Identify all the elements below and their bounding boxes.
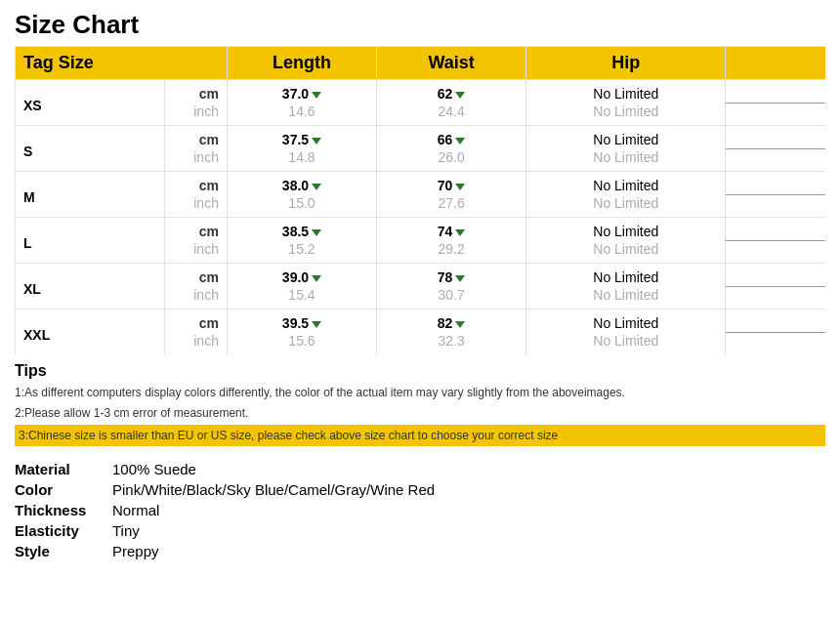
inch-hip: No Limited [526, 103, 726, 126]
thickness-value: Normal [112, 502, 159, 518]
table-header-row: Tag Size Length Waist Hip [16, 47, 826, 80]
cm-length: 37.5 [227, 126, 376, 149]
header-tag-size: Tag Size [16, 47, 228, 80]
size-label: S [16, 126, 165, 172]
size-label: M [16, 172, 165, 218]
cm-length: 39.5 [227, 310, 376, 333]
unit-inch: inch [165, 194, 228, 218]
cm-waist: 74 [377, 218, 526, 241]
extra-empty [726, 148, 825, 172]
header-extra [726, 47, 825, 80]
extra-line [726, 310, 825, 333]
cm-length: 38.0 [227, 172, 376, 195]
size-label: XXL [16, 310, 165, 355]
inch-waist: 32.3 [377, 332, 526, 354]
extra-empty [726, 240, 825, 264]
unit-cm: cm [165, 80, 228, 103]
header-waist: Waist [377, 47, 526, 80]
info-elasticity: Elasticity Tiny [15, 522, 825, 539]
unit-cm: cm [165, 310, 228, 333]
table-row: M cm 38.0 70 No Limited [16, 172, 826, 195]
inch-hip: No Limited [526, 286, 726, 310]
inch-hip: No Limited [526, 148, 726, 172]
size-label: L [16, 218, 165, 264]
extra-empty [726, 332, 825, 354]
cm-length: 38.5 [227, 218, 376, 241]
inch-hip: No Limited [526, 194, 726, 218]
inch-length: 15.6 [227, 332, 376, 354]
unit-cm: cm [165, 172, 228, 195]
table-row: S cm 37.5 66 No Limited [16, 126, 826, 149]
info-thickness: Thickness Normal [15, 502, 825, 518]
inch-waist: 29.2 [377, 240, 526, 264]
cm-length: 37.0 [227, 80, 376, 103]
tips-title: Tips [15, 362, 825, 380]
extra-line [726, 264, 825, 287]
size-chart-table: Tag Size Length Waist Hip XS cm 37.0 62 … [15, 46, 825, 354]
tip-line-1: 1:As different computers display colors … [15, 384, 825, 401]
elasticity-value: Tiny [112, 522, 140, 539]
cm-waist: 82 [377, 310, 526, 333]
inch-length: 14.8 [227, 148, 376, 172]
inch-hip: No Limited [526, 240, 726, 264]
extra-line [726, 218, 825, 241]
inch-waist: 27.6 [377, 194, 526, 218]
unit-cm: cm [165, 126, 228, 149]
cm-hip: No Limited [526, 80, 726, 103]
inch-waist: 26.0 [377, 148, 526, 172]
style-label: Style [15, 543, 112, 559]
page-title: Size Chart [15, 10, 825, 40]
unit-inch: inch [165, 148, 228, 172]
unit-cm: cm [165, 264, 228, 287]
inch-hip: No Limited [526, 332, 726, 354]
unit-inch: inch [165, 286, 228, 310]
tip-line-3: 3:Chinese size is smaller than EU or US … [15, 425, 825, 446]
tip-line-2: 2:Please allow 1-3 cm error of measureme… [15, 404, 825, 422]
inch-length: 14.6 [227, 103, 376, 126]
cm-waist: 62 [377, 80, 526, 103]
size-label: XL [16, 264, 165, 310]
info-color: Color Pink/White/Black/Sky Blue/Camel/Gr… [15, 481, 825, 498]
inch-length: 15.2 [227, 240, 376, 264]
extra-empty [726, 103, 825, 126]
cm-waist: 70 [377, 172, 526, 195]
inch-length: 15.4 [227, 286, 376, 310]
material-value: 100% Suede [112, 461, 196, 477]
extra-line [726, 80, 825, 103]
cm-hip: No Limited [526, 310, 726, 333]
extra-line [726, 172, 825, 195]
table-row: L cm 38.5 74 No Limited [16, 218, 826, 241]
material-label: Material [15, 461, 112, 477]
header-hip: Hip [526, 47, 726, 80]
tips-section: Tips 1:As different computers display co… [15, 358, 825, 453]
info-material: Material 100% Suede [15, 461, 825, 477]
cm-waist: 66 [377, 126, 526, 149]
unit-inch: inch [165, 240, 228, 264]
inch-waist: 24.4 [377, 103, 526, 126]
extra-line [726, 126, 825, 149]
color-value: Pink/White/Black/Sky Blue/Camel/Gray/Win… [112, 481, 435, 498]
cm-hip: No Limited [526, 172, 726, 195]
unit-inch: inch [165, 103, 228, 126]
elasticity-label: Elasticity [15, 522, 112, 539]
size-label: XS [16, 80, 165, 126]
unit-cm: cm [165, 218, 228, 241]
inch-waist: 30.7 [377, 286, 526, 310]
header-length: Length [227, 47, 376, 80]
extra-empty [726, 286, 825, 310]
unit-inch: inch [165, 332, 228, 354]
style-value: Preppy [112, 543, 159, 559]
color-label: Color [15, 481, 112, 498]
table-row: XL cm 39.0 78 No Limited [16, 264, 826, 287]
cm-waist: 78 [377, 264, 526, 287]
table-row: XXL cm 39.5 82 No Limited [16, 310, 826, 333]
cm-hip: No Limited [526, 218, 726, 241]
cm-length: 39.0 [227, 264, 376, 287]
inch-length: 15.0 [227, 194, 376, 218]
cm-hip: No Limited [526, 126, 726, 149]
info-style: Style Preppy [15, 543, 825, 559]
thickness-label: Thickness [15, 502, 112, 518]
product-info: Material 100% Suede Color Pink/White/Bla… [15, 461, 825, 559]
table-row: XS cm 37.0 62 No Limited [16, 80, 826, 103]
extra-empty [726, 194, 825, 218]
